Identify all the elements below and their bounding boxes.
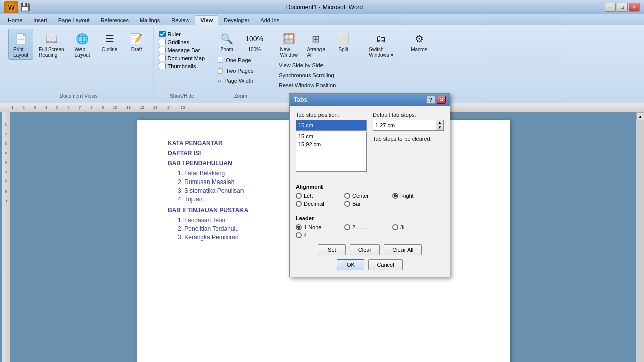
- ribbon: Home Insert Page Layout References Maili…: [0, 14, 644, 103]
- tab-stop-item-2[interactable]: 15,92 cm: [296, 140, 366, 148]
- alignment-decimal[interactable]: Decimal: [296, 201, 336, 207]
- tabs-dialog[interactable]: Tabs ? ✕ Tab stop position: 15 cm 15,92 …: [289, 93, 450, 277]
- dialog-close-button[interactable]: ✕: [437, 96, 446, 104]
- window-close-button[interactable]: ✕: [629, 3, 640, 12]
- tab-developer[interactable]: Developer: [218, 15, 255, 25]
- clear-button[interactable]: Clear: [350, 244, 380, 255]
- document-map-checkbox[interactable]: [159, 55, 166, 61]
- tab-page-layout[interactable]: Page Layout: [53, 15, 95, 25]
- tabs-to-be-cleared-label: Tab stops to be cleared:: [373, 136, 444, 142]
- web-layout-button[interactable]: 🌐 WebLayout: [70, 29, 95, 60]
- alignment-center-radio[interactable]: [344, 193, 350, 199]
- alignment-bar-radio[interactable]: [344, 201, 350, 207]
- tab-add-ins[interactable]: Add-Ins: [255, 15, 285, 25]
- alignment-bar[interactable]: Bar: [344, 201, 384, 207]
- leader-dots[interactable]: 2 .......: [344, 224, 384, 230]
- title-bar: W 💾 Document1 - Microsoft Word ─ □ ✕: [0, 0, 644, 14]
- spin-up-button[interactable]: ▲: [436, 120, 443, 125]
- maximize-button[interactable]: □: [617, 3, 628, 12]
- default-tab-stops-spinner[interactable]: ▲ ▼: [373, 120, 444, 131]
- view-side-by-side-button[interactable]: View Side by Side: [276, 61, 326, 70]
- switch-windows-label: SwitchWindows ▾: [369, 47, 393, 58]
- two-pages-label: Two Pages: [226, 68, 253, 74]
- leader-none-label: 1 None: [304, 224, 321, 230]
- tab-mailings[interactable]: Mailings: [134, 15, 166, 25]
- spin-down-button[interactable]: ▼: [436, 125, 443, 130]
- macros-button[interactable]: ⚙ Macros: [407, 29, 432, 54]
- zoom-100-icon: 100%: [246, 31, 262, 47]
- draft-label: Draft: [131, 47, 142, 52]
- leader-underline[interactable]: 4 ____: [296, 232, 336, 238]
- leader-none[interactable]: 1 None: [296, 224, 336, 230]
- scroll-up-button[interactable]: ▲: [636, 112, 644, 120]
- outline-button[interactable]: ☰ Outline: [97, 29, 122, 54]
- arrange-all-icon: ⊞: [308, 31, 324, 47]
- draft-button[interactable]: 📝 Draft: [124, 29, 149, 54]
- cancel-button[interactable]: Cancel: [368, 259, 403, 270]
- leader-section: Leader 1 None 2 ....... 3 -------: [296, 211, 444, 238]
- tab-review[interactable]: Review: [166, 15, 195, 25]
- split-label: Split: [338, 47, 348, 52]
- clear-all-button[interactable]: Clear All: [384, 244, 422, 255]
- dialog-title: Tabs: [294, 96, 307, 103]
- alignment-decimal-label: Decimal: [304, 201, 324, 207]
- full-screen-reading-label: Full ScreenReading: [39, 47, 64, 58]
- dialog-titlebar: Tabs ? ✕: [290, 94, 450, 106]
- alignment-decimal-radio[interactable]: [296, 201, 302, 207]
- outline-label: Outline: [102, 47, 118, 52]
- confirm-buttons: OK Cancel: [296, 259, 444, 270]
- zoom-100-label: 100%: [248, 47, 261, 52]
- ruler-checkbox[interactable]: [159, 31, 166, 37]
- leader-none-radio[interactable]: [296, 224, 302, 230]
- tab-home[interactable]: Home: [2, 15, 28, 25]
- full-screen-reading-button[interactable]: 📖 Full ScreenReading: [35, 29, 68, 60]
- alignment-right-radio[interactable]: [392, 193, 398, 199]
- window-title: Document1 - Microsoft Word: [44, 4, 605, 11]
- one-page-button[interactable]: 📃One Page: [214, 55, 254, 65]
- leader-dashes[interactable]: 3 -------: [392, 224, 433, 230]
- leader-dashes-radio[interactable]: [392, 224, 398, 230]
- tab-view[interactable]: View: [195, 15, 218, 25]
- set-button[interactable]: Set: [318, 244, 346, 255]
- new-window-icon: 🪟: [281, 31, 297, 47]
- page-width-button[interactable]: ↔Page Width: [214, 76, 256, 85]
- quick-save-icon[interactable]: 💾: [20, 2, 30, 12]
- ok-button[interactable]: OK: [337, 259, 364, 270]
- reset-window-position-button[interactable]: Reset Window Position: [276, 81, 338, 90]
- tab-references[interactable]: References: [95, 15, 134, 25]
- alignment-bar-label: Bar: [352, 201, 361, 207]
- arrange-all-button[interactable]: ⊞ ArrangeAll: [303, 29, 329, 60]
- zoom-100-button[interactable]: 100% 100%: [242, 29, 267, 54]
- alignment-left-radio[interactable]: [296, 193, 302, 199]
- message-bar-checkbox[interactable]: [159, 47, 166, 53]
- alignment-left[interactable]: Left: [296, 193, 336, 199]
- tab-stop-position-input[interactable]: [296, 120, 367, 131]
- new-window-button[interactable]: 🪟 NewWindow: [276, 29, 301, 60]
- print-layout-label: PrintLayout: [13, 47, 28, 58]
- leader-underline-radio[interactable]: [296, 232, 302, 238]
- split-icon: ⬜: [335, 31, 351, 47]
- tab-stops-listbox[interactable]: 15 cm 15,92 cm: [296, 132, 367, 172]
- dialog-help-button[interactable]: ?: [426, 96, 435, 104]
- minimize-button[interactable]: ─: [605, 3, 616, 12]
- full-screen-reading-icon: 📖: [43, 31, 59, 47]
- switch-windows-button[interactable]: 🗂 SwitchWindows ▾: [365, 29, 396, 60]
- alignment-center[interactable]: Center: [344, 193, 384, 199]
- two-pages-icon: 📋: [217, 67, 224, 74]
- gridlines-checkbox[interactable]: [159, 39, 166, 45]
- alignment-section: Alignment Left Center Right: [296, 179, 444, 207]
- leader-dots-radio[interactable]: [344, 224, 350, 230]
- tab-insert[interactable]: Insert: [28, 15, 53, 25]
- new-window-label: NewWindow: [280, 47, 298, 58]
- thumbnails-checkbox[interactable]: [159, 63, 166, 69]
- tab-stop-item-1[interactable]: 15 cm: [296, 132, 366, 140]
- document-map-label: Document Map: [168, 55, 205, 61]
- alignment-right[interactable]: Right: [392, 193, 433, 199]
- default-tab-stops-input[interactable]: [373, 120, 436, 131]
- print-layout-button[interactable]: 📄 PrintLayout: [8, 29, 33, 60]
- synchronous-scrolling-button[interactable]: Synchronous Scrolling: [276, 71, 336, 80]
- zoom-button[interactable]: 🔍 Zoom: [214, 29, 239, 54]
- print-layout-icon: 📄: [13, 31, 29, 47]
- split-button[interactable]: ⬜ Split: [331, 29, 356, 60]
- two-pages-button[interactable]: 📋Two Pages: [214, 66, 256, 75]
